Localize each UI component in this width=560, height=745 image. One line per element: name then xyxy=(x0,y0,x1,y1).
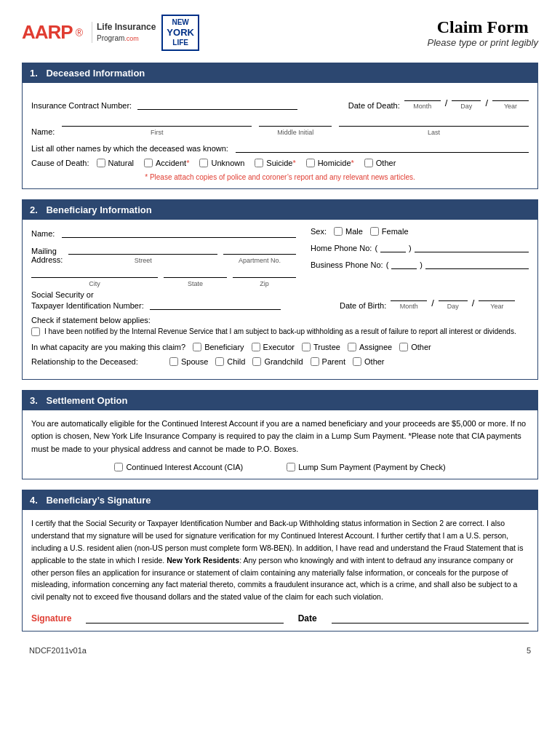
rel-parent-checkbox[interactable] xyxy=(311,357,319,366)
insurance-number-input[interactable] xyxy=(137,99,297,110)
capacity-beneficiary[interactable]: Beneficiary xyxy=(193,343,244,351)
first-name-input[interactable] xyxy=(62,116,252,127)
section-settlement: 3. Settlement Option You are automatical… xyxy=(22,390,538,480)
insurance-group: Insurance Contract Number: xyxy=(31,99,341,110)
signature-row: Signature Date xyxy=(31,613,529,624)
cause-unknown-label: Unknown xyxy=(211,159,244,167)
cause-suicide-label: Suicide* xyxy=(266,159,295,167)
rel-other[interactable]: Other xyxy=(353,357,385,366)
street-input[interactable] xyxy=(68,244,217,255)
backup-withholding-checkbox[interactable] xyxy=(31,327,40,336)
sex-male-label: Male xyxy=(345,227,363,236)
bene-name-input[interactable] xyxy=(62,227,296,238)
section3-body: You are automatically eligible for the C… xyxy=(23,410,537,479)
capacity-trustee[interactable]: Trustee xyxy=(302,343,340,351)
settlement-cia-checkbox[interactable] xyxy=(114,463,123,471)
apt-input[interactable] xyxy=(223,244,296,255)
bene-name-row: Name: xyxy=(31,227,296,238)
capacity-trustee-checkbox[interactable] xyxy=(302,343,311,351)
mailing-row: Mailing Address: Street Apartment No. xyxy=(31,244,296,287)
home-phone-area-input[interactable] xyxy=(380,242,406,252)
dob-day-input[interactable] xyxy=(439,290,468,301)
business-phone-label: Business Phone No: xyxy=(311,260,383,269)
sex-female[interactable]: Female xyxy=(370,227,409,236)
cause-label: Cause of Death: xyxy=(31,159,89,167)
zip-input[interactable] xyxy=(233,267,296,278)
rel-child-checkbox[interactable] xyxy=(215,357,224,366)
capacity-beneficiary-checkbox[interactable] xyxy=(193,343,201,351)
logo-area: AARP® Life Insurance Program.com NEW YOR… xyxy=(22,15,199,51)
dob-day-label: Day xyxy=(439,303,468,310)
middle-initial-group: Middle Initial xyxy=(259,116,332,136)
sex-row: Sex: Male Female xyxy=(311,227,529,236)
sex-female-label: Female xyxy=(382,227,409,236)
section1-body: Insurance Contract Number: Date of Death… xyxy=(23,83,537,188)
cause-homicide[interactable]: Homicide* xyxy=(306,159,354,167)
cause-suicide[interactable]: Suicide* xyxy=(255,159,295,167)
dod-day-input[interactable] xyxy=(452,90,481,101)
cause-unknown-checkbox[interactable] xyxy=(199,159,208,167)
state-input[interactable] xyxy=(164,267,227,278)
sex-female-checkbox[interactable] xyxy=(370,227,379,236)
settlement-lump-checkbox[interactable] xyxy=(287,463,295,471)
cause-unknown[interactable]: Unknown xyxy=(199,159,244,167)
rel-grandchild[interactable]: Grandchild xyxy=(252,357,303,366)
sex-male-checkbox[interactable] xyxy=(334,227,343,236)
rel-child[interactable]: Child xyxy=(215,357,245,366)
cause-suicide-checkbox[interactable] xyxy=(255,159,263,167)
home-phone-paren-close: ) xyxy=(409,244,412,252)
dod-year-label: Year xyxy=(492,103,529,110)
aarp-registered: ® xyxy=(76,27,83,39)
dob-month-input[interactable] xyxy=(391,290,427,301)
insurance-label: Insurance Contract Number: xyxy=(31,101,132,110)
ssn-input[interactable] xyxy=(150,299,281,310)
cause-natural[interactable]: Natural xyxy=(97,159,134,167)
rel-spouse-checkbox[interactable] xyxy=(169,357,178,366)
cause-accident-label: Accident* xyxy=(156,159,189,167)
capacity-trustee-label: Trustee xyxy=(313,343,340,351)
first-name-group: First xyxy=(62,116,252,136)
capacity-assignee-checkbox[interactable] xyxy=(348,343,356,351)
biz-phone-number-input[interactable] xyxy=(425,258,529,269)
dob-year-input[interactable] xyxy=(479,290,515,301)
relationship-row: Relationship to the Deceased: Spouse Chi… xyxy=(31,357,529,366)
dod-month-input[interactable] xyxy=(404,90,441,101)
capacity-other[interactable]: Other xyxy=(399,343,431,351)
ssn-label-line1: Social Security or xyxy=(31,290,325,299)
last-name-input[interactable] xyxy=(339,116,529,127)
settlement-cia[interactable]: Continued Interest Account (CIA) xyxy=(114,463,243,471)
middle-initial-input[interactable] xyxy=(259,116,332,127)
cause-accident[interactable]: Accident* xyxy=(144,159,189,167)
page-number: 5 xyxy=(527,646,531,655)
cause-accident-checkbox[interactable] xyxy=(144,159,153,167)
cause-natural-label: Natural xyxy=(108,159,134,167)
rel-grandchild-checkbox[interactable] xyxy=(252,357,261,366)
cause-other[interactable]: Other xyxy=(364,159,396,167)
apt-label: Apartment No. xyxy=(223,257,296,264)
section1-number: 1. xyxy=(30,68,38,79)
other-names-row: List all other names by which the deceas… xyxy=(31,142,529,153)
capacity-executor[interactable]: Executor xyxy=(252,343,295,351)
cause-homicide-checkbox[interactable] xyxy=(306,159,315,167)
cause-other-checkbox[interactable] xyxy=(364,159,373,167)
city-input[interactable] xyxy=(31,267,158,278)
home-phone-paren-open: ( xyxy=(375,244,377,252)
settlement-lump[interactable]: Lump Sum Payment (Payment by Check) xyxy=(287,463,445,471)
sex-male[interactable]: Male xyxy=(334,227,363,236)
rel-spouse[interactable]: Spouse xyxy=(169,357,208,366)
cause-natural-checkbox[interactable] xyxy=(97,159,105,167)
ssn-input-row: Taxpayer Identification Number: xyxy=(31,299,325,310)
dod-year-input[interactable] xyxy=(492,90,529,101)
other-names-input[interactable] xyxy=(236,142,529,153)
capacity-executor-checkbox[interactable] xyxy=(252,343,260,351)
dod-label: Date of Death: xyxy=(348,101,400,110)
city-label: City xyxy=(31,280,158,287)
home-phone-number-input[interactable] xyxy=(415,242,529,252)
signature-line xyxy=(86,623,283,624)
capacity-other-checkbox[interactable] xyxy=(399,343,408,351)
bene-name-label: Name: xyxy=(31,229,55,238)
rel-parent[interactable]: Parent xyxy=(311,357,345,366)
rel-other-checkbox[interactable] xyxy=(353,357,361,366)
capacity-assignee[interactable]: Assignee xyxy=(348,343,392,351)
biz-phone-area-input[interactable] xyxy=(391,258,417,269)
